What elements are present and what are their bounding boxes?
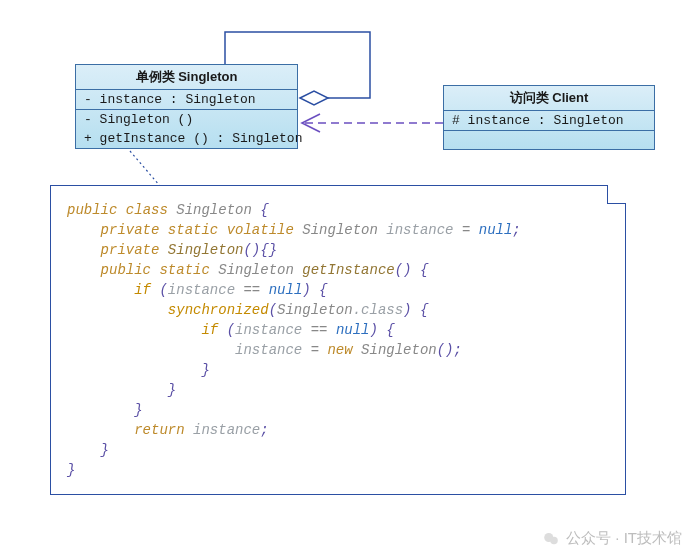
uml-op-getinstance: + getInstance () : Singleton [76, 129, 297, 148]
uml-op-constructor: - Singleton () [76, 110, 297, 129]
uml-class-singleton: 单例类 Singleton - instance : Singleton - S… [75, 64, 298, 149]
uml-class-client: 访问类 Client # instance : Singleton [443, 85, 655, 150]
code-note: public class Singleton { private static … [50, 185, 626, 495]
aggregation-diamond [300, 91, 328, 105]
uml-attr-instance: - instance : Singleton [76, 90, 297, 109]
uml-client-ops-empty [444, 131, 654, 149]
diagram-canvas: 单例类 Singleton - instance : Singleton - S… [0, 0, 698, 558]
note-anchor-line [130, 151, 160, 186]
watermark: 公众号 · IT技术馆 [542, 529, 682, 548]
wechat-icon [542, 530, 560, 548]
svg-point-1 [550, 536, 558, 544]
watermark-text: 公众号 · IT技术馆 [566, 529, 682, 548]
note-fold-icon [607, 185, 626, 204]
code-block: public class Singleton { private static … [67, 200, 609, 480]
uml-class-singleton-title: 单例类 Singleton [76, 65, 297, 90]
uml-client-attr-instance: # instance : Singleton [444, 111, 654, 130]
uml-class-client-title: 访问类 Client [444, 86, 654, 111]
